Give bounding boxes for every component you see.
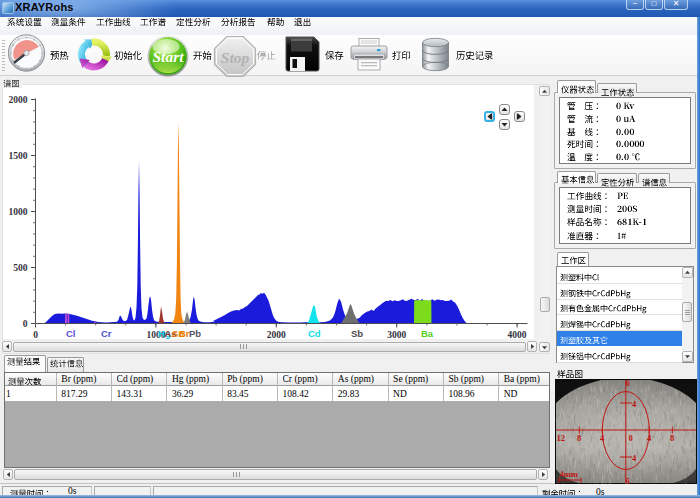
- svg-text:Stop: Stop: [221, 49, 250, 66]
- svg-text:Cd: Cd: [308, 328, 321, 339]
- svg-text:1500: 1500: [9, 151, 28, 161]
- svg-text:6: 6: [626, 379, 630, 388]
- svg-text:Sb: Sb: [351, 328, 363, 339]
- svg-text:1000: 1000: [9, 207, 28, 217]
- svg-text:3000: 3000: [387, 330, 406, 340]
- svg-text:Cl: Cl: [66, 328, 76, 339]
- svg-text:Ba: Ba: [421, 328, 434, 339]
- svg-text:Pb: Pb: [189, 328, 201, 339]
- svg-text:0: 0: [629, 432, 633, 442]
- svg-text:4mm: 4mm: [560, 468, 578, 478]
- svg-text:2000: 2000: [267, 330, 286, 340]
- svg-text:6: 6: [626, 475, 630, 484]
- svg-text:0: 0: [23, 319, 28, 329]
- svg-text:500: 500: [13, 263, 28, 273]
- svg-text:2000: 2000: [9, 95, 28, 105]
- svg-text:Start: Start: [152, 48, 184, 65]
- svg-text:Cr: Cr: [101, 328, 112, 339]
- svg-text:4000: 4000: [508, 330, 527, 340]
- svg-text:8: 8: [577, 432, 581, 442]
- svg-text:8: 8: [670, 432, 674, 442]
- svg-text:12: 12: [557, 432, 566, 442]
- svg-text:0: 0: [33, 330, 38, 340]
